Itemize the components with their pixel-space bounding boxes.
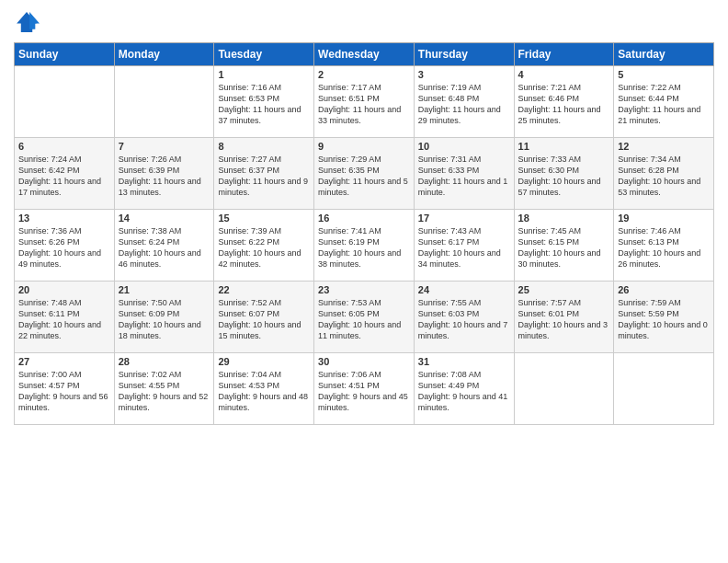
cell-content: Sunrise: 7:24 AM Sunset: 6:42 PM Dayligh… [18, 154, 110, 199]
calendar-week-5: 27Sunrise: 7:00 AM Sunset: 4:57 PM Dayli… [15, 353, 714, 425]
cell-content: Sunrise: 7:21 AM Sunset: 6:46 PM Dayligh… [518, 82, 610, 127]
cell-content: Sunrise: 7:50 AM Sunset: 6:09 PM Dayligh… [119, 297, 210, 342]
calendar-cell [514, 353, 614, 425]
calendar-cell: 1Sunrise: 7:16 AM Sunset: 6:53 PM Daylig… [214, 66, 314, 138]
cell-content: Sunrise: 7:39 AM Sunset: 6:22 PM Dayligh… [218, 225, 310, 270]
calendar-cell: 17Sunrise: 7:43 AM Sunset: 6:17 PM Dayli… [414, 210, 514, 282]
cell-content: Sunrise: 7:52 AM Sunset: 6:07 PM Dayligh… [218, 297, 310, 342]
day-number: 20 [18, 284, 110, 295]
day-number: 9 [318, 141, 410, 152]
calendar-cell: 15Sunrise: 7:39 AM Sunset: 6:22 PM Dayli… [214, 210, 314, 282]
cell-content: Sunrise: 7:29 AM Sunset: 6:35 PM Dayligh… [318, 154, 410, 199]
calendar-cell: 18Sunrise: 7:45 AM Sunset: 6:15 PM Dayli… [514, 210, 614, 282]
cell-content: Sunrise: 7:46 AM Sunset: 6:13 PM Dayligh… [618, 225, 710, 270]
day-number: 27 [18, 356, 110, 367]
calendar-cell: 6Sunrise: 7:24 AM Sunset: 6:42 PM Daylig… [15, 138, 115, 210]
calendar-table: SundayMondayTuesdayWednesdayThursdayFrid… [14, 42, 714, 425]
day-number: 1 [218, 69, 310, 80]
weekday-header-friday: Friday [514, 43, 614, 66]
calendar-cell: 30Sunrise: 7:06 AM Sunset: 4:51 PM Dayli… [314, 353, 415, 425]
day-number: 30 [318, 356, 410, 367]
day-number: 17 [418, 213, 510, 224]
calendar-cell: 8Sunrise: 7:27 AM Sunset: 6:37 PM Daylig… [214, 138, 314, 210]
cell-content: Sunrise: 7:19 AM Sunset: 6:48 PM Dayligh… [418, 82, 510, 127]
calendar-cell [15, 66, 115, 138]
calendar-cell: 23Sunrise: 7:53 AM Sunset: 6:05 PM Dayli… [314, 282, 415, 353]
cell-content: Sunrise: 7:31 AM Sunset: 6:33 PM Dayligh… [418, 154, 510, 199]
weekday-header-wednesday: Wednesday [314, 43, 415, 66]
cell-content: Sunrise: 7:41 AM Sunset: 6:19 PM Dayligh… [318, 225, 410, 270]
calendar-cell: 31Sunrise: 7:08 AM Sunset: 4:49 PM Dayli… [414, 353, 514, 425]
calendar-week-3: 13Sunrise: 7:36 AM Sunset: 6:26 PM Dayli… [15, 210, 714, 282]
calendar-cell [114, 66, 214, 138]
calendar-cell: 29Sunrise: 7:04 AM Sunset: 4:53 PM Dayli… [214, 353, 314, 425]
day-number: 10 [418, 141, 510, 152]
day-number: 19 [618, 213, 710, 224]
day-number: 5 [618, 69, 710, 80]
weekday-header-row: SundayMondayTuesdayWednesdayThursdayFrid… [15, 43, 714, 66]
day-number: 15 [218, 213, 310, 224]
day-number: 25 [518, 284, 610, 295]
weekday-header-thursday: Thursday [414, 43, 514, 66]
day-number: 2 [318, 69, 410, 80]
cell-content: Sunrise: 7:45 AM Sunset: 6:15 PM Dayligh… [518, 225, 610, 270]
calendar-cell: 11Sunrise: 7:33 AM Sunset: 6:30 PM Dayli… [514, 138, 614, 210]
weekday-header-saturday: Saturday [614, 43, 714, 66]
calendar-cell: 19Sunrise: 7:46 AM Sunset: 6:13 PM Dayli… [614, 210, 714, 282]
cell-content: Sunrise: 7:26 AM Sunset: 6:39 PM Dayligh… [119, 154, 210, 199]
day-number: 6 [18, 141, 110, 152]
day-number: 13 [18, 213, 110, 224]
day-number: 28 [119, 356, 210, 367]
cell-content: Sunrise: 7:34 AM Sunset: 6:28 PM Dayligh… [618, 154, 710, 199]
calendar-cell [614, 353, 714, 425]
weekday-header-tuesday: Tuesday [214, 43, 314, 66]
calendar-cell: 10Sunrise: 7:31 AM Sunset: 6:33 PM Dayli… [414, 138, 514, 210]
weekday-header-sunday: Sunday [15, 43, 115, 66]
calendar-cell: 16Sunrise: 7:41 AM Sunset: 6:19 PM Dayli… [314, 210, 415, 282]
day-number: 29 [218, 356, 310, 367]
cell-content: Sunrise: 7:36 AM Sunset: 6:26 PM Dayligh… [18, 225, 110, 270]
day-number: 7 [119, 141, 210, 152]
calendar-cell: 27Sunrise: 7:00 AM Sunset: 4:57 PM Dayli… [15, 353, 115, 425]
day-number: 22 [218, 284, 310, 295]
day-number: 12 [618, 141, 710, 152]
calendar-cell: 2Sunrise: 7:17 AM Sunset: 6:51 PM Daylig… [314, 66, 415, 138]
day-number: 8 [218, 141, 310, 152]
cell-content: Sunrise: 7:00 AM Sunset: 4:57 PM Dayligh… [18, 369, 110, 414]
cell-content: Sunrise: 7:59 AM Sunset: 5:59 PM Dayligh… [618, 297, 710, 342]
cell-content: Sunrise: 7:48 AM Sunset: 6:11 PM Dayligh… [18, 297, 110, 342]
calendar-cell: 25Sunrise: 7:57 AM Sunset: 6:01 PM Dayli… [514, 282, 614, 353]
logo [14, 9, 43, 35]
day-number: 21 [119, 284, 210, 295]
cell-content: Sunrise: 7:16 AM Sunset: 6:53 PM Dayligh… [218, 82, 310, 127]
calendar-week-1: 1Sunrise: 7:16 AM Sunset: 6:53 PM Daylig… [15, 66, 714, 138]
cell-content: Sunrise: 7:43 AM Sunset: 6:17 PM Dayligh… [418, 225, 510, 270]
cell-content: Sunrise: 7:02 AM Sunset: 4:55 PM Dayligh… [119, 369, 210, 414]
weekday-header-monday: Monday [114, 43, 214, 66]
calendar-cell: 24Sunrise: 7:55 AM Sunset: 6:03 PM Dayli… [414, 282, 514, 353]
calendar-cell: 28Sunrise: 7:02 AM Sunset: 4:55 PM Dayli… [114, 353, 214, 425]
svg-marker-1 [29, 12, 40, 29]
calendar-cell: 5Sunrise: 7:22 AM Sunset: 6:44 PM Daylig… [614, 66, 714, 138]
calendar-cell: 7Sunrise: 7:26 AM Sunset: 6:39 PM Daylig… [114, 138, 214, 210]
calendar-week-2: 6Sunrise: 7:24 AM Sunset: 6:42 PM Daylig… [15, 138, 714, 210]
day-number: 11 [518, 141, 610, 152]
calendar-cell: 3Sunrise: 7:19 AM Sunset: 6:48 PM Daylig… [414, 66, 514, 138]
cell-content: Sunrise: 7:27 AM Sunset: 6:37 PM Dayligh… [218, 154, 310, 199]
calendar-cell: 20Sunrise: 7:48 AM Sunset: 6:11 PM Dayli… [15, 282, 115, 353]
day-number: 18 [518, 213, 610, 224]
day-number: 24 [418, 284, 510, 295]
cell-content: Sunrise: 7:17 AM Sunset: 6:51 PM Dayligh… [318, 82, 410, 127]
cell-content: Sunrise: 7:57 AM Sunset: 6:01 PM Dayligh… [518, 297, 610, 342]
cell-content: Sunrise: 7:55 AM Sunset: 6:03 PM Dayligh… [418, 297, 510, 342]
day-number: 4 [518, 69, 610, 80]
day-number: 16 [318, 213, 410, 224]
day-number: 14 [119, 213, 210, 224]
cell-content: Sunrise: 7:04 AM Sunset: 4:53 PM Dayligh… [218, 369, 310, 414]
cell-content: Sunrise: 7:22 AM Sunset: 6:44 PM Dayligh… [618, 82, 710, 127]
calendar-cell: 14Sunrise: 7:38 AM Sunset: 6:24 PM Dayli… [114, 210, 214, 282]
calendar-week-4: 20Sunrise: 7:48 AM Sunset: 6:11 PM Dayli… [15, 282, 714, 353]
calendar-cell: 22Sunrise: 7:52 AM Sunset: 6:07 PM Dayli… [214, 282, 314, 353]
cell-content: Sunrise: 7:53 AM Sunset: 6:05 PM Dayligh… [318, 297, 410, 342]
calendar-cell: 4Sunrise: 7:21 AM Sunset: 6:46 PM Daylig… [514, 66, 614, 138]
